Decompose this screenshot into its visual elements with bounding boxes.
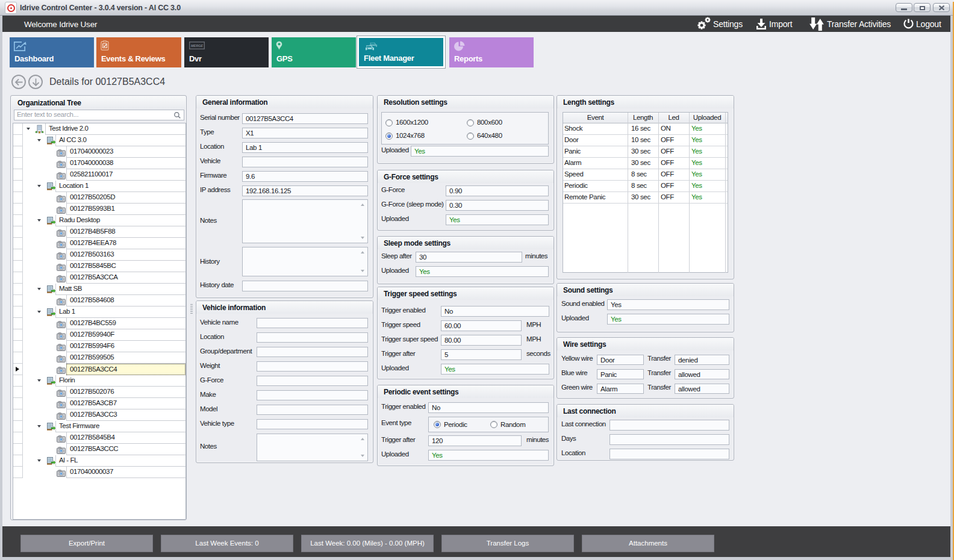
svg-text:MERGE: MERGE xyxy=(191,43,204,48)
